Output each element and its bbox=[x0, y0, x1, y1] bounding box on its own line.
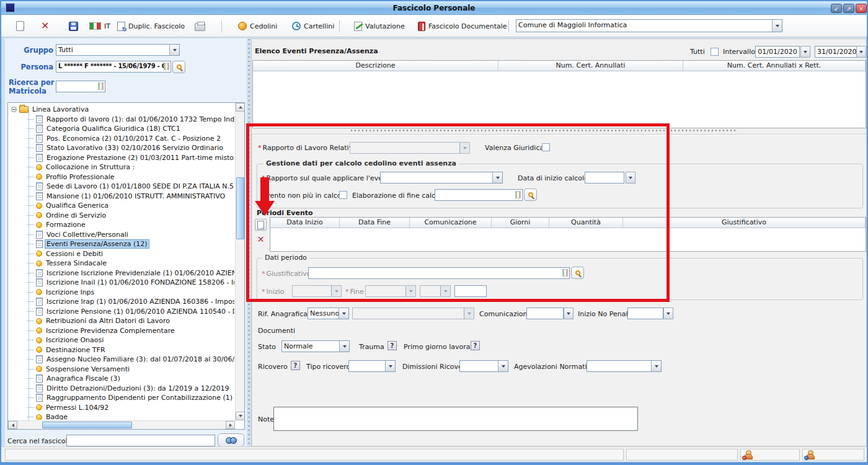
tree-item[interactable]: Cessioni e Debiti bbox=[9, 249, 234, 259]
tree-item[interactable]: Stato Lavorativo (33) 02/10/2016 Servizi… bbox=[9, 143, 234, 153]
ente-combo[interactable]: Comune di Maggioli Informatica bbox=[516, 19, 782, 32]
tree-item[interactable]: Profilo Professionale bbox=[9, 172, 234, 182]
chevron-down-icon[interactable] bbox=[651, 361, 661, 371]
fascicolo-documentale-button[interactable]: Fascicolo Documentale bbox=[415, 18, 510, 34]
tree-item[interactable]: Qualifica Generica bbox=[9, 201, 234, 211]
column-header[interactable]: Comunicazione bbox=[410, 218, 492, 228]
tree-item[interactable]: Iscrizione Inail (1) 01/06/2010 FONDAZIO… bbox=[9, 278, 234, 288]
tree-item[interactable]: Sede di Lavoro (1) 01/01/1800 SEDE DI P.… bbox=[9, 182, 234, 192]
tree-item[interactable]: Mansione (1) 01/06/2010 ISTRUTT. AMMINIS… bbox=[9, 192, 234, 202]
scroll-left-icon[interactable] bbox=[8, 421, 17, 429]
tree-item[interactable]: Rapporto di lavoro (1): dal 01/06/2010 1… bbox=[9, 115, 234, 125]
horizontal-scroll-thumb[interactable] bbox=[42, 422, 132, 428]
persona-search-button[interactable] bbox=[172, 61, 185, 73]
persona-field[interactable]: L ****** F ******* - 15/06/1979 - CF bbox=[56, 61, 171, 73]
quantita-input[interactable] bbox=[454, 285, 487, 297]
print-button[interactable] bbox=[192, 18, 208, 34]
stato-combo[interactable]: Normale bbox=[281, 340, 350, 352]
inizio-combo[interactable] bbox=[292, 285, 342, 297]
cartellini-button[interactable]: Cartellini bbox=[290, 18, 337, 34]
tree-item[interactable]: Iscrizione Inps bbox=[9, 288, 234, 298]
rapporto-evento-combo[interactable] bbox=[380, 172, 503, 184]
valutazione-button[interactable]: Valutazione bbox=[352, 18, 407, 34]
chevron-down-icon[interactable] bbox=[339, 308, 348, 319]
vertical-scroll-thumb[interactable] bbox=[236, 177, 244, 239]
tipo-ricovero-combo[interactable] bbox=[348, 360, 396, 372]
horizontal-splitter[interactable] bbox=[351, 130, 735, 131]
periodi-table-body[interactable] bbox=[270, 228, 866, 251]
comunicazione-field[interactable] bbox=[526, 308, 564, 319]
tree-item[interactable]: Linea Lavorativa bbox=[9, 105, 234, 115]
person-red-icon[interactable] bbox=[743, 450, 752, 459]
valenza-giuridica-checkbox[interactable] bbox=[542, 143, 550, 151]
tree-item[interactable]: Ordine di Servizio bbox=[9, 211, 234, 221]
tree-item[interactable]: Eventi Presenza/Assenza (12) bbox=[9, 239, 234, 249]
column-header[interactable]: Giorni bbox=[492, 218, 549, 228]
close-button[interactable]: × bbox=[856, 4, 867, 13]
tutti-checkbox[interactable] bbox=[711, 48, 719, 56]
inizio-no-penal-dropdown[interactable] bbox=[663, 308, 673, 319]
data-inizio-calcolo-dropdown[interactable] bbox=[626, 172, 636, 184]
periodo-delete-button[interactable]: ✕ bbox=[255, 233, 267, 245]
chevron-down-icon[interactable] bbox=[498, 361, 508, 371]
elaborazione-field[interactable] bbox=[435, 189, 523, 201]
chevron-down-icon[interactable] bbox=[331, 286, 341, 296]
column-header[interactable]: Giustificativo bbox=[623, 218, 866, 228]
tree-item[interactable]: Pos. Economica (2) 01/10/2017 Cat. C - P… bbox=[9, 134, 234, 144]
delete-button[interactable]: ✕ bbox=[38, 18, 51, 34]
tree-item[interactable]: Badge bbox=[9, 412, 234, 420]
tree-item[interactable]: Sospensione Versamenti bbox=[9, 365, 234, 374]
rif-anagrafica-detail-combo[interactable] bbox=[352, 308, 474, 319]
minimize-button[interactable]: ↙ bbox=[831, 4, 842, 13]
giustificativo-search-button[interactable] bbox=[571, 267, 584, 279]
scroll-down-icon[interactable] bbox=[236, 412, 245, 420]
date-from-dropdown[interactable] bbox=[800, 46, 810, 58]
tree-item[interactable]: Tessera Sindacale bbox=[9, 259, 234, 268]
tree-item[interactable]: Iscrizione Irap (1) 01/06/2010 AZIENDA 1… bbox=[9, 297, 234, 307]
ricovero-help-button[interactable]: ? bbox=[291, 361, 300, 370]
trauma-help-button[interactable]: ? bbox=[388, 341, 397, 350]
column-header[interactable]: Data Fine bbox=[340, 218, 410, 228]
tree-item[interactable]: Erogazione Prestazione (2) 01/03/2011 Pa… bbox=[9, 153, 234, 163]
primo-giorno-help-button[interactable]: ? bbox=[471, 341, 480, 350]
date-to-field[interactable]: 31/01/2020 bbox=[815, 46, 858, 58]
data-inizio-calcolo-field[interactable] bbox=[585, 172, 624, 184]
tree-item[interactable]: Iscrizione Pensione (1) 01/06/2010 AZIEN… bbox=[9, 307, 234, 317]
chevron-down-icon[interactable] bbox=[772, 20, 782, 32]
tree-item[interactable]: Formazione bbox=[9, 220, 234, 230]
tree-expander-icon[interactable] bbox=[11, 107, 17, 112]
new-button[interactable] bbox=[14, 18, 27, 34]
tree-item[interactable]: Destinazione TFR bbox=[9, 345, 234, 355]
duplica-fascicolo-button[interactable]: Duplic. Fascicolo bbox=[115, 18, 187, 34]
tree-item[interactable]: Iscrizione Previdenza Complementare bbox=[9, 326, 234, 336]
column-header[interactable]: Num. Cert. Annullati x Rett. bbox=[683, 61, 866, 71]
events-table-body[interactable] bbox=[253, 71, 866, 128]
column-header[interactable]: Num. Cert. Annullati bbox=[498, 61, 683, 71]
chevron-down-icon[interactable] bbox=[169, 45, 179, 55]
cedolini-button[interactable]: Cedolini bbox=[236, 18, 280, 34]
maximize-button[interactable]: ↗ bbox=[843, 4, 854, 13]
chevron-down-icon[interactable] bbox=[385, 361, 395, 371]
tree-item[interactable]: Raggruppamento Dipendenti per Contabiliz… bbox=[9, 393, 234, 403]
chevron-down-icon[interactable] bbox=[459, 143, 469, 153]
tree-item[interactable]: Categoria Qualifica Giuridica (18) CTC1 bbox=[9, 124, 234, 134]
tree-item[interactable]: Retribuzioni da Altri Datori di Lavoro bbox=[9, 316, 234, 326]
date-to-dropdown[interactable] bbox=[856, 46, 866, 58]
agevolazioni-combo[interactable] bbox=[587, 360, 662, 372]
column-header[interactable]: Descrizione bbox=[253, 61, 498, 71]
fine-combo[interactable] bbox=[365, 285, 416, 297]
rapporto-relativo-combo[interactable] bbox=[350, 142, 470, 154]
periodo-new-button[interactable] bbox=[255, 219, 267, 231]
panel-splitter[interactable] bbox=[248, 39, 250, 446]
comunicazione-dropdown[interactable] bbox=[564, 308, 574, 319]
tree-item[interactable]: Assegno Nucleo Familiare (3): dal 01/07/… bbox=[9, 355, 234, 365]
chevron-down-icon[interactable] bbox=[339, 341, 349, 352]
chevron-down-icon[interactable] bbox=[405, 286, 415, 296]
note-textarea[interactable] bbox=[273, 407, 638, 431]
tree-horizontal-scrollbar[interactable] bbox=[8, 420, 235, 429]
inizio-no-penal-field[interactable] bbox=[627, 308, 663, 319]
tree-item[interactable]: Diritto Detrazioni/Deduzioni (3): da 1/2… bbox=[9, 384, 234, 394]
date-from-field[interactable]: 01/01/2020 bbox=[755, 46, 800, 58]
tree-item[interactable]: Voci Collettive/Personali bbox=[9, 230, 234, 240]
save-button[interactable] bbox=[66, 18, 81, 34]
